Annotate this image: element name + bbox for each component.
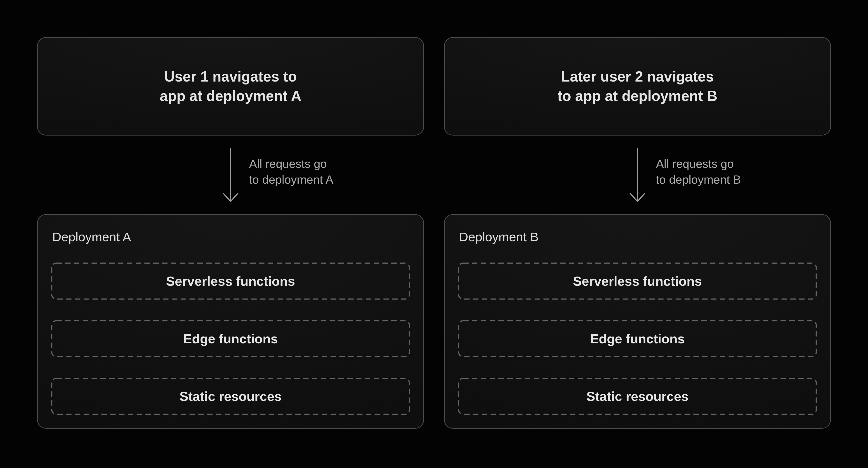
layer-label: Static resources <box>586 389 688 404</box>
deployment-box-a: Deployment A Serverless functions Edge f… <box>37 214 424 429</box>
user-navigation-box-a: User 1 navigates to app at deployment A <box>37 37 424 136</box>
layer-edge-functions: Edge functions <box>458 320 817 358</box>
user-navigation-box-b: Later user 2 navigates to app at deploym… <box>444 37 831 136</box>
layer-edge-functions: Edge functions <box>51 320 410 358</box>
layer-static-resources: Static resources <box>51 377 410 415</box>
layer-label: Serverless functions <box>166 273 295 289</box>
layer-label: Static resources <box>180 389 281 404</box>
layer-serverless-functions: Serverless functions <box>458 262 817 300</box>
down-arrow-icon <box>622 147 653 204</box>
layer-label: Edge functions <box>590 331 685 346</box>
layer-label: Serverless functions <box>573 273 702 289</box>
flow-column-a: User 1 navigates to app at deployment A … <box>37 0 424 468</box>
user-navigation-text-b: Later user 2 navigates to app at deploym… <box>557 67 717 106</box>
arrow-label-b: All requests go to deployment B <box>656 156 741 188</box>
deployment-flow-diagram: User 1 navigates to app at deployment A … <box>0 0 868 468</box>
arrow-label-a: All requests go to deployment A <box>249 156 333 188</box>
down-arrow-icon <box>215 147 246 204</box>
deployment-title-a: Deployment A <box>52 229 131 245</box>
layer-label: Edge functions <box>183 331 278 346</box>
flow-column-b: Later user 2 navigates to app at deploym… <box>444 0 831 468</box>
user-navigation-text-a: User 1 navigates to app at deployment A <box>160 67 301 106</box>
deployment-title-b: Deployment B <box>459 229 539 245</box>
layer-serverless-functions: Serverless functions <box>51 262 410 300</box>
deployment-box-b: Deployment B Serverless functions Edge f… <box>444 214 831 429</box>
layer-static-resources: Static resources <box>458 377 817 415</box>
